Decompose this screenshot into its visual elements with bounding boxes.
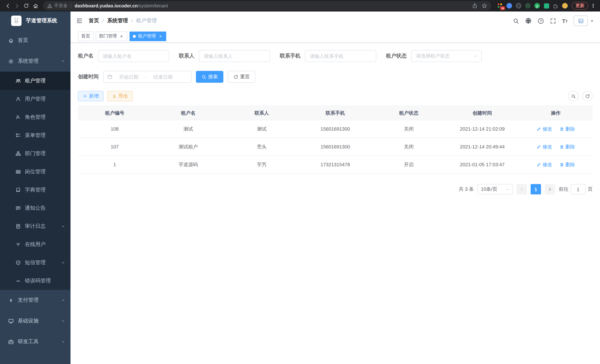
app-title: 芋道管理系统 [26, 18, 57, 24]
phone-input[interactable] [305, 50, 376, 62]
table-row: 108 测试 测试 15601691300 关闭 2021-12-14 21:0… [78, 120, 593, 138]
edit-link[interactable]: 修改 [536, 126, 552, 132]
browser-home-icon[interactable] [31, 1, 40, 10]
date-range-picker[interactable]: - [103, 71, 191, 83]
app-logo[interactable]: 芋道管理系统 [0, 11, 71, 30]
page-unit-label: 页 [588, 186, 593, 193]
pagination: 共 3 条 10条/页 1 前往 页 [78, 184, 593, 195]
plus-icon [83, 94, 87, 98]
sidebar-item-notice[interactable]: 通知公告 [0, 199, 71, 217]
user-menu[interactable] [574, 16, 594, 26]
breadcrumb-home[interactable]: 首页 [89, 18, 99, 24]
export-button[interactable]: 导出 [107, 91, 133, 101]
browser-menu-icon[interactable]: ⋮ [589, 3, 597, 9]
tenant-name-label: 租户名 [78, 53, 94, 59]
tab-home[interactable]: 首页 [78, 31, 94, 41]
browser-back-icon[interactable] [3, 1, 12, 10]
goto-page-input[interactable] [571, 184, 586, 195]
sidebar-item-auditlog[interactable]: 审计日志 [0, 217, 71, 235]
home-icon [8, 38, 14, 43]
toolbox-icon [8, 339, 14, 345]
svg-text:?: ? [540, 19, 542, 23]
extension-dark2-icon[interactable] [525, 3, 531, 9]
close-icon[interactable]: × [158, 34, 163, 38]
delete-link[interactable]: 删除 [559, 126, 575, 132]
status-text: 开启 [372, 156, 445, 173]
sidebar-item-sms[interactable]: 短信管理 [0, 253, 71, 272]
sidebar-item-role[interactable]: 角色管理 [0, 108, 71, 126]
reset-button[interactable]: 重置 [228, 71, 255, 83]
sidebar-item-pay[interactable]: ¥ 支付管理 [0, 290, 71, 311]
delete-link[interactable]: 删除 [559, 161, 575, 168]
sidebar-item-dict[interactable]: 字典管理 [0, 181, 71, 199]
extension-blue-icon[interactable] [506, 3, 512, 9]
book-icon [16, 187, 21, 192]
status-select[interactable]: 请选择租户状态 [411, 50, 482, 62]
sidebar-item-infra[interactable]: 基础设施 [0, 311, 71, 331]
org-tree-icon [16, 151, 21, 156]
toggle-search-button[interactable] [568, 91, 579, 101]
extension-green-circle-icon[interactable]: y [534, 3, 540, 9]
sidebar-item-post[interactable]: 岗位管理 [0, 162, 71, 181]
tab-tenant[interactable]: 租户管理 × [130, 31, 166, 41]
close-icon[interactable]: × [119, 34, 124, 38]
edit-link[interactable]: 修改 [536, 161, 552, 168]
next-page-button[interactable] [545, 184, 555, 195]
sidebar-item-dept[interactable]: 部门管理 [0, 144, 71, 162]
top-navbar: 首页 / 系统管理 / 租户管理 ? TT [71, 11, 600, 30]
gear-icon [8, 58, 14, 64]
edit-link[interactable]: 修改 [536, 143, 552, 150]
goto-label: 前往 [559, 186, 568, 193]
signal-icon [16, 242, 21, 247]
extension-face-icon[interactable] [562, 3, 568, 9]
bookmark-star-icon[interactable] [482, 3, 487, 9]
col-status: 租户状态 [372, 106, 445, 120]
pencil-icon [536, 127, 541, 131]
date-start-input[interactable] [115, 74, 142, 80]
page-size-select[interactable]: 10条/页 [478, 184, 513, 195]
extension-green-square-icon[interactable] [543, 3, 550, 9]
shield-icon [16, 260, 21, 265]
sidebar-collapse-icon[interactable] [76, 18, 83, 24]
sidebar-item-devtools[interactable]: 研发工具 [0, 331, 71, 352]
breadcrumb-system[interactable]: 系统管理 [107, 18, 128, 24]
add-button[interactable]: 新增 [78, 91, 103, 101]
refresh-table-button[interactable] [582, 91, 593, 101]
caret-down-icon [590, 19, 594, 23]
col-tenant-name: 租户名 [151, 106, 225, 120]
date-end-input[interactable] [149, 74, 177, 80]
sidebar-item-errorcode[interactable]: </> 错误码管理 [0, 272, 71, 290]
extension-dark1-icon[interactable] [516, 3, 522, 9]
page-number-1[interactable]: 1 [531, 184, 541, 195]
search-button[interactable]: 搜索 [196, 71, 223, 83]
browser-forward-icon[interactable] [12, 1, 21, 10]
prev-page-button[interactable] [516, 184, 527, 195]
tenant-name-input[interactable] [98, 50, 169, 62]
browser-refresh-icon[interactable] [21, 1, 31, 10]
tab-dept[interactable]: 部门管理 × [96, 31, 127, 41]
sidebar-item-tenant[interactable]: 租户管理 [0, 72, 71, 90]
extension-colorful-icon[interactable]: 10 [497, 3, 503, 9]
sidebar-item-user[interactable]: 用户管理 [0, 90, 71, 108]
help-icon[interactable]: ? [537, 18, 544, 24]
trash-icon [559, 162, 564, 167]
extension-puzzle-icon[interactable] [553, 3, 559, 9]
sidebar-item-home[interactable]: 首页 [0, 30, 71, 51]
browser-update-button[interactable]: 更新 [572, 2, 588, 10]
col-contact: 联系人 [225, 106, 299, 120]
contact-input[interactable] [199, 50, 270, 62]
sidebar-item-online[interactable]: 在线用户 [0, 235, 71, 253]
font-size-icon[interactable]: TT [562, 18, 568, 24]
sidebar: 芋道管理系统 首页 系统管理 租户管理 用户管理 [0, 11, 71, 364]
share-icon[interactable] [472, 3, 478, 9]
fullscreen-icon[interactable] [550, 18, 556, 24]
browser-chrome: 不安全 dashboard.yudao.iocoder.cn/system/te… [0, 0, 600, 11]
col-tenant-id: 租户编号 [78, 106, 151, 120]
sidebar-item-system[interactable]: 系统管理 [0, 51, 71, 72]
delete-link[interactable]: 删除 [559, 143, 575, 150]
address-bar[interactable]: 不安全 dashboard.yudao.iocoder.cn/system/te… [43, 1, 491, 10]
chevron-up-icon [61, 59, 65, 64]
github-icon[interactable] [525, 18, 532, 24]
header-search-icon[interactable] [513, 18, 519, 24]
sidebar-item-menu[interactable]: 菜单管理 [0, 126, 71, 144]
